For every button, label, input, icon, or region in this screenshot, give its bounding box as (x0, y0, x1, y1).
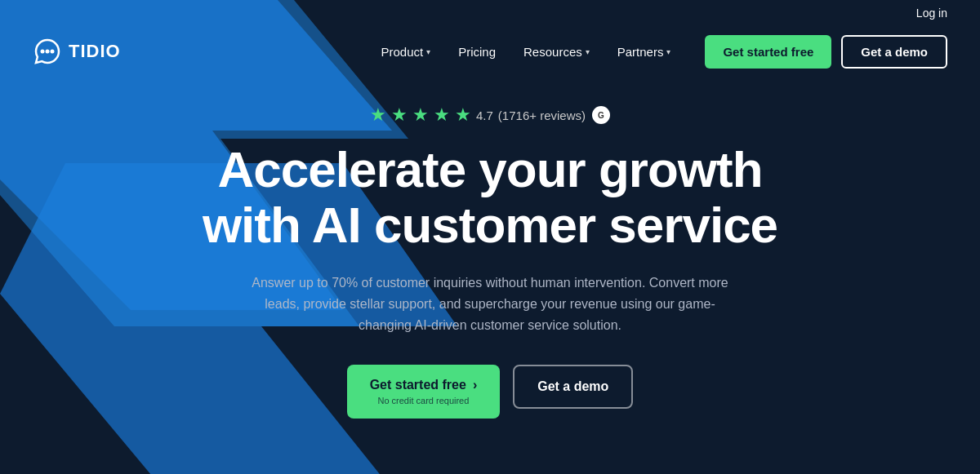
arrow-icon: › (473, 378, 477, 392)
rating-value: 4.7 (476, 109, 493, 122)
capterra-icon: G (592, 106, 610, 124)
svg-point-2 (51, 50, 55, 54)
hero-title-line2: with AI customer service (203, 197, 777, 253)
nav-item-partners[interactable]: Partners ▾ (608, 38, 681, 65)
navbar: TIDIO Product ▾ Pricing Resources ▾ (0, 23, 980, 80)
nav-links: Product ▾ Pricing Resources ▾ Partners ▾ (371, 38, 680, 65)
nav-item-pricing[interactable]: Pricing (448, 38, 506, 65)
hero-title-line1: Accelerate your growth (217, 141, 762, 197)
svg-point-0 (41, 50, 45, 54)
hero-subtitle: Answer up to 70% of customer inquiries w… (245, 272, 735, 335)
star-5: ★ (455, 104, 471, 126)
hero-section: ★ ★ ★ ★ ★ 4.7 (1716+ reviews) G Accelera… (0, 80, 980, 419)
no-credit-card-label: No credit card required (377, 396, 469, 405)
chevron-down-icon: ▾ (666, 47, 670, 56)
star-3: ★ (412, 104, 429, 126)
top-bar: Log in (0, 0, 980, 23)
star-1: ★ (370, 104, 386, 126)
logo-icon (33, 37, 62, 66)
chevron-down-icon: ▾ (426, 47, 430, 56)
hero-ctas: Get started free › No credit card requir… (33, 365, 947, 419)
nav-get-demo-button[interactable]: Get a demo (841, 35, 947, 69)
rating-row: ★ ★ ★ ★ ★ 4.7 (1716+ reviews) G (33, 104, 947, 126)
chevron-down-icon: ▾ (586, 47, 590, 56)
nav-get-started-button[interactable]: Get started free (705, 35, 831, 69)
logo-text: TIDIO (69, 41, 121, 62)
rating-count: (1716+ reviews) (498, 109, 586, 122)
hero-cta-primary-label: Get started free (370, 378, 466, 392)
nav-item-resources[interactable]: Resources ▾ (514, 38, 599, 65)
hero-get-demo-button[interactable]: Get a demo (513, 365, 633, 409)
svg-point-1 (46, 50, 50, 54)
star-2: ★ (391, 104, 408, 126)
star-4: ★ (434, 104, 450, 126)
logo-link[interactable]: TIDIO (33, 37, 121, 66)
login-link[interactable]: Log in (916, 7, 947, 20)
nav-item-product[interactable]: Product ▾ (371, 38, 440, 65)
hero-get-started-button[interactable]: Get started free › No credit card requir… (347, 365, 501, 419)
nav-ctas: Get started free Get a demo (705, 35, 947, 69)
hero-title: Accelerate your growth with AI customer … (33, 142, 947, 253)
